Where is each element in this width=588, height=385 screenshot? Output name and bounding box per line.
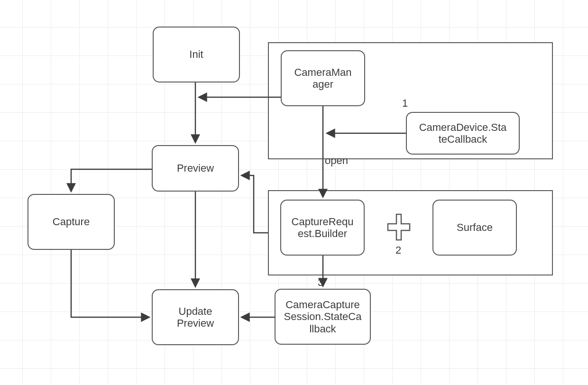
node-preview: Preview	[152, 145, 239, 192]
node-update-preview-label: Update Preview	[162, 305, 229, 330]
node-camera-manager-label: CameraMan ager	[288, 66, 358, 91]
diagram-canvas: Init Preview Capture Update Preview Came…	[0, 0, 588, 385]
node-capture-label: Capture	[53, 216, 90, 228]
annotation-open: open	[325, 155, 348, 166]
node-capture: Capture	[28, 194, 115, 250]
annotation-2: 2	[395, 245, 401, 256]
node-camera-capture-session-state-callback-label: CameraCapture Session.StateCa llback	[279, 299, 366, 335]
node-surface-label: Surface	[457, 221, 493, 233]
node-camera-device-state-callback: CameraDevice.Sta teCallback	[406, 112, 520, 155]
node-preview-label: Preview	[177, 162, 214, 174]
node-camera-device-state-callback-label: CameraDevice.Sta teCallback	[412, 121, 514, 146]
plus-icon	[387, 213, 411, 241]
node-surface: Surface	[432, 200, 517, 256]
node-init-label: Init	[189, 48, 203, 60]
node-update-preview: Update Preview	[152, 289, 239, 345]
node-camera-capture-session-state-callback: CameraCapture Session.StateCa llback	[275, 289, 371, 345]
node-capture-request-builder: CaptureRequ est.Builder	[280, 200, 365, 256]
annotation-3: 3	[318, 277, 323, 288]
node-camera-manager: CameraMan ager	[281, 50, 365, 106]
annotation-1: 1	[402, 98, 408, 109]
node-init: Init	[153, 27, 240, 82]
node-capture-request-builder-label: CaptureRequ est.Builder	[286, 216, 359, 240]
